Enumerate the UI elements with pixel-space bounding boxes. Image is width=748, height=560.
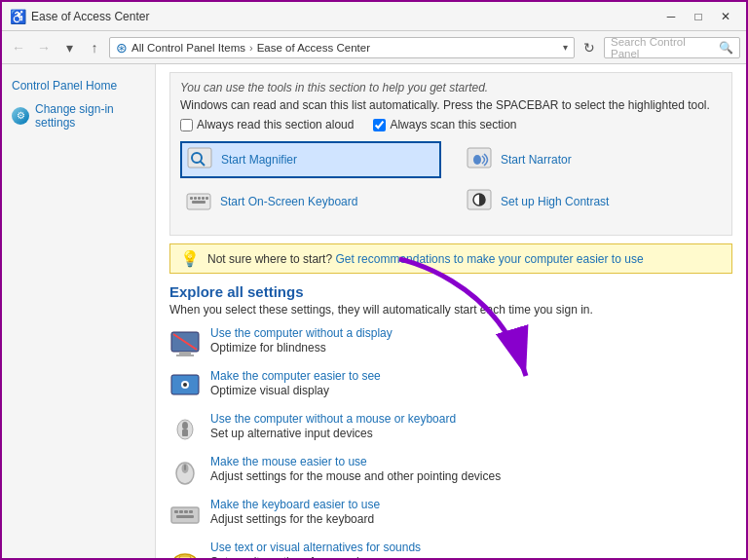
address-dropdown-icon[interactable]: ▾: [563, 42, 568, 53]
globe-icon: ⊛: [116, 40, 128, 56]
tool-narrator[interactable]: Start Narrator: [461, 141, 722, 178]
close-button[interactable]: ✕: [713, 7, 738, 26]
checkbox-read-aloud-label: Always read this section aloud: [197, 118, 354, 131]
title-bar: ♿ Ease of Access Center ─ □ ✕: [2, 2, 746, 31]
svg-rect-10: [206, 197, 208, 200]
sidebar-item-change-signin[interactable]: ⚙ Change sign-in settings: [2, 98, 155, 133]
setting-no-mouse-keyboard: Use the computer without a mouse or keyb…: [169, 412, 732, 445]
windows-desc: Windows can read and scan this list auto…: [180, 98, 722, 112]
setting-mouse-easier-desc: Adjust settings for the mouse and other …: [210, 469, 501, 483]
setting-keyboard-easier: Make the keyboard easier to use Adjust s…: [169, 498, 732, 531]
setting-keyboard-easier-desc: Adjust settings for the keyboard: [210, 512, 374, 526]
back-button[interactable]: ←: [8, 37, 29, 58]
text-visual-sounds-icon: [169, 542, 201, 558]
mouse-easier-icon: [169, 457, 201, 488]
high-contrast-icon: [466, 188, 493, 215]
title-bar-controls: ─ □ ✕: [658, 7, 738, 26]
explore-title: Explore all settings: [169, 283, 732, 300]
sidebar-signin-label: Change sign-in settings: [35, 102, 145, 130]
checkbox-scan-label: Always scan this section: [390, 118, 516, 131]
top-section: You can use the tools in this section to…: [169, 72, 732, 236]
main-window: ♿ Ease of Access Center ─ □ ✕ ← → ▾ ↑ ⊛ …: [0, 0, 748, 560]
setting-mouse-easier: Make the mouse easier to use Adjust sett…: [169, 455, 732, 488]
up-button[interactable]: ↑: [84, 37, 105, 58]
top-desc: You can use the tools in this section to…: [180, 81, 722, 94]
dropdown-button[interactable]: ▾: [58, 37, 80, 58]
explore-desc: When you select these settings, they wil…: [169, 303, 732, 317]
no-mouse-keyboard-icon: [169, 414, 201, 445]
info-bar: 💡 Not sure where to start? Get recommend…: [169, 243, 732, 274]
content-wrapper: You can use the tools in this section to…: [156, 64, 746, 558]
address-bar: ← → ▾ ↑ ⊛ All Control Panel Items › Ease…: [2, 31, 746, 64]
title-bar-icon: ♿: [10, 9, 25, 24]
tools-grid: Start Magnifier Star: [180, 141, 722, 219]
setting-text-visual-sounds-link[interactable]: Use text or visual alternatives for soun…: [210, 541, 732, 554]
svg-rect-6: [190, 197, 193, 200]
breadcrumb-current: Ease of Access Center: [257, 42, 370, 54]
svg-rect-11: [192, 201, 206, 204]
keyboard-icon: [185, 188, 212, 215]
checkbox-scan[interactable]: Always scan this section: [373, 118, 516, 131]
setting-easier-to-see-desc: Optimize visual display: [210, 384, 329, 397]
magnifier-label: Start Magnifier: [221, 153, 297, 167]
sidebar: Control Panel Home ⚙ Change sign-in sett…: [2, 64, 156, 558]
setting-no-display: Use the computer without a display Optim…: [169, 326, 732, 359]
narrator-icon: [466, 146, 493, 173]
setting-text-visual-sounds-text: Use text or visual alternatives for soun…: [210, 541, 732, 558]
no-display-icon: [169, 328, 201, 359]
search-placeholder: Search Control Panel: [611, 36, 715, 59]
svg-point-4: [473, 155, 481, 165]
svg-rect-34: [179, 556, 191, 558]
minimize-button[interactable]: ─: [658, 7, 684, 26]
setting-keyboard-easier-text: Make the keyboard easier to use Adjust s…: [210, 498, 732, 526]
keyboard-easier-icon: [169, 500, 201, 531]
setting-no-mouse-keyboard-desc: Set up alternative input devices: [210, 427, 373, 440]
svg-rect-30: [184, 510, 188, 513]
svg-rect-23: [182, 429, 188, 436]
tool-high-contrast[interactable]: Set up High Contrast: [461, 184, 722, 219]
maximize-button[interactable]: □: [686, 7, 711, 26]
setting-text-visual-sounds-desc: Set up alternatives for sounds: [210, 555, 365, 558]
svg-rect-7: [194, 197, 197, 200]
title-bar-text: Ease of Access Center: [31, 10, 658, 23]
narrator-label: Start Narrator: [501, 153, 572, 167]
keyboard-label: Start On-Screen Keyboard: [220, 195, 357, 208]
checkbox-read-aloud-input[interactable]: [180, 119, 193, 131]
setting-mouse-easier-link[interactable]: Make the mouse easier to use: [210, 455, 732, 468]
svg-rect-8: [198, 197, 201, 200]
magnifier-icon: [186, 146, 213, 173]
svg-rect-26: [184, 465, 186, 470]
search-icon: 🔍: [719, 41, 733, 55]
info-bar-static-text: Not sure where to start?: [207, 252, 332, 266]
svg-rect-9: [202, 197, 205, 200]
address-box[interactable]: ⊛ All Control Panel Items › Ease of Acce…: [109, 37, 575, 58]
checkbox-read-aloud[interactable]: Always read this section aloud: [180, 118, 354, 131]
setting-text-visual-sounds: Use text or visual alternatives for soun…: [169, 541, 732, 558]
tool-keyboard[interactable]: Start On-Screen Keyboard: [180, 184, 441, 219]
refresh-button[interactable]: ↻: [579, 37, 600, 58]
svg-point-20: [183, 383, 187, 387]
checkbox-scan-input[interactable]: [373, 119, 386, 131]
setting-no-display-desc: Optimize for blindness: [210, 341, 326, 355]
svg-rect-29: [179, 510, 183, 513]
setting-easier-to-see-link[interactable]: Make the computer easier to see: [210, 369, 732, 383]
easier-to-see-icon: [169, 371, 201, 402]
sidebar-item-control-panel-home[interactable]: Control Panel Home: [2, 74, 155, 98]
breadcrumb-all-control-panel[interactable]: All Control Panel Items: [131, 42, 245, 54]
main-layout: Control Panel Home ⚙ Change sign-in sett…: [2, 64, 746, 558]
checkboxes-row: Always read this section aloud Always sc…: [180, 118, 722, 131]
tool-magnifier[interactable]: Start Magnifier: [180, 141, 441, 178]
svg-rect-31: [189, 510, 193, 513]
svg-rect-16: [176, 355, 194, 356]
setting-no-display-link[interactable]: Use the computer without a display: [210, 326, 732, 340]
setting-mouse-easier-text: Make the mouse easier to use Adjust sett…: [210, 455, 732, 483]
breadcrumb-separator: ›: [249, 42, 253, 54]
setting-no-mouse-keyboard-link[interactable]: Use the computer without a mouse or keyb…: [210, 412, 732, 426]
search-box[interactable]: Search Control Panel 🔍: [604, 37, 740, 58]
setting-no-display-text: Use the computer without a display Optim…: [210, 326, 732, 355]
info-bar-link[interactable]: Get recommendations to make your compute…: [335, 252, 643, 266]
setting-keyboard-easier-link[interactable]: Make the keyboard easier to use: [210, 498, 732, 511]
info-bar-text: Not sure where to start? Get recommendat…: [207, 252, 644, 266]
forward-button[interactable]: →: [33, 37, 55, 58]
svg-rect-32: [176, 515, 194, 518]
